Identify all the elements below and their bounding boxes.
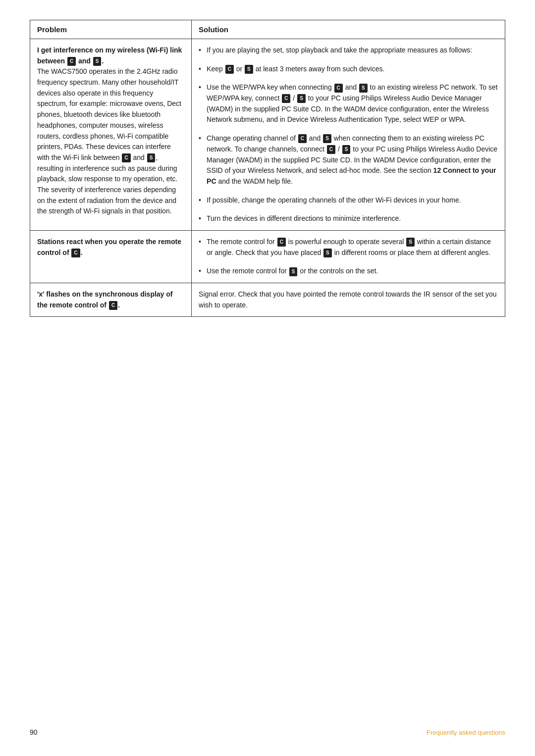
device-icon-s3: S <box>245 65 253 74</box>
footer-faq-label: Frequently asked questions <box>427 729 505 736</box>
page-number: 90 <box>30 728 38 736</box>
section-ref: 12 Connect to your PC <box>207 166 496 185</box>
bullet-text: Keep C or S at least 3 meters away from … <box>207 65 384 73</box>
problem-cell-2: Stations react when you operate the remo… <box>30 230 192 283</box>
bullet-text: If you are playing the set, stop playbac… <box>207 46 472 54</box>
solution-list-2: The remote control for C is powerful eno… <box>199 237 498 277</box>
solution-cell-2: The remote control for C is powerful eno… <box>192 230 505 283</box>
device-icon-c2: C <box>122 153 130 162</box>
device-icon-s: S <box>93 57 102 66</box>
device-icon-s6: S <box>323 134 331 143</box>
bullet-text: Turn the devices in different directions… <box>207 214 401 222</box>
problem-bold-1: I get interference on my wireless (Wi-Fi… <box>37 46 182 65</box>
device-icon-c10: C <box>109 301 117 310</box>
device-icon-s9: S <box>323 249 332 257</box>
device-icon-c: C <box>67 57 76 66</box>
device-icon-s5: S <box>297 94 306 103</box>
page-content: Problem Solution I get interference on m… <box>30 20 505 317</box>
device-icon-c6: C <box>298 134 307 143</box>
problem-header: Problem <box>30 20 192 39</box>
solution-header: Solution <box>192 20 505 39</box>
device-icon-c5: C <box>282 94 290 103</box>
device-icon-s10: S <box>289 267 298 276</box>
problem-cell-1: I get interference on my wireless (Wi-Fi… <box>30 39 192 231</box>
bullet-text: If possible, change the operating channe… <box>207 196 461 204</box>
problem-bold-2: Stations react when you operate the remo… <box>37 238 181 256</box>
problem-cell-3: 'x' flashes on the synchronous display o… <box>30 283 192 317</box>
list-item: If possible, change the operating channe… <box>199 195 498 206</box>
device-icon-c9: C <box>277 238 286 247</box>
device-icon-c8: C <box>71 249 80 257</box>
list-item: Change operating channel of C and S when… <box>199 133 498 187</box>
device-icon-s7: S <box>342 145 351 154</box>
bullet-text: Change operating channel of C and S when… <box>207 134 497 185</box>
list-item: If you are playing the set, stop playbac… <box>199 45 498 56</box>
solution-cell-1: If you are playing the set, stop playbac… <box>192 39 505 231</box>
table-row: 'x' flashes on the synchronous display o… <box>30 283 505 317</box>
table-row: Stations react when you operate the remo… <box>30 230 505 283</box>
problem-body-1: The WACS7500 operates in the 2.4GHz radi… <box>37 67 181 215</box>
list-item: The remote control for C is powerful eno… <box>199 237 498 258</box>
bullet-text: Use the remote control for S or the cont… <box>207 267 378 275</box>
table-row: I get interference on my wireless (Wi-Fi… <box>30 39 505 231</box>
device-icon-c4: C <box>334 84 343 93</box>
list-item: Turn the devices in different directions… <box>199 213 498 224</box>
solution-cell-3: Signal error. Check that you have pointe… <box>192 283 505 317</box>
list-item: Use the WEP/WPA key when connecting C an… <box>199 82 498 125</box>
solution-list-1: If you are playing the set, stop playbac… <box>199 45 498 224</box>
solution-text-3: Signal error. Check that you have pointe… <box>199 290 497 309</box>
device-icon-c3: C <box>225 65 234 74</box>
device-icon-s2: S <box>147 153 156 162</box>
device-icon-c7: C <box>327 145 335 154</box>
page-footer: 90 Frequently asked questions <box>30 728 505 736</box>
bullet-text: The remote control for C is powerful eno… <box>207 238 491 256</box>
list-item: Keep C or S at least 3 meters away from … <box>199 64 498 75</box>
device-icon-s8: S <box>406 238 415 247</box>
list-item: Use the remote control for S or the cont… <box>199 266 498 277</box>
device-icon-s4: S <box>359 84 368 93</box>
faq-table: Problem Solution I get interference on m… <box>30 20 505 317</box>
problem-bold-3: 'x' flashes on the synchronous display o… <box>37 290 173 309</box>
bullet-text: Use the WEP/WPA key when connecting C an… <box>207 83 498 123</box>
